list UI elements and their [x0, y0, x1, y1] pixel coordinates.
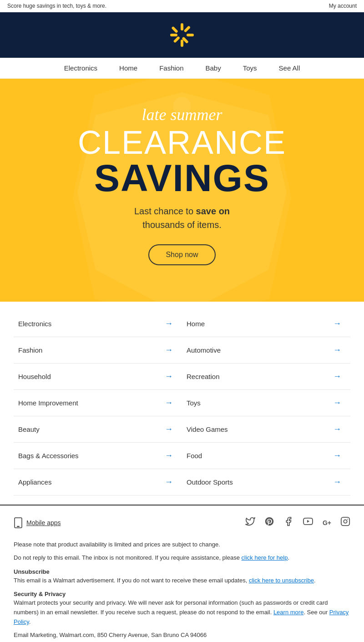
help-link[interactable]: click here for help — [242, 554, 288, 561]
mobile-apps-label: Mobile apps — [26, 519, 61, 526]
nav-item-see-all[interactable]: See All — [279, 64, 300, 72]
hero-subtext-bold: save on — [196, 206, 230, 216]
nav-item-toys[interactable]: Toys — [243, 64, 257, 72]
unsubscribe-title: Unsubscribe — [14, 568, 350, 575]
unsubscribe-link[interactable]: click here to unsubscribe — [249, 577, 314, 584]
youtube-icon[interactable] — [303, 516, 313, 529]
arrow-icon: → — [333, 319, 341, 329]
late-summer-text: late summer — [78, 106, 286, 124]
svg-rect-12 — [341, 517, 349, 526]
clearance-text: CLEARANCE — [78, 126, 286, 159]
category-item-outdoor-sports[interactable]: Outdoor Sports → — [182, 469, 350, 495]
nav-item-baby[interactable]: Baby — [206, 64, 221, 72]
header — [0, 12, 364, 58]
category-item-video-games[interactable]: Video Games → — [182, 416, 350, 443]
arrow-icon: → — [165, 345, 173, 355]
svg-rect-1 — [181, 40, 183, 47]
category-item-beauty[interactable]: Beauty → — [14, 416, 182, 443]
category-item-fashion[interactable]: Fashion → — [14, 337, 182, 364]
savings-text: SAVINGS — [78, 159, 286, 197]
category-item-automotive[interactable]: Automotive → — [182, 337, 350, 364]
svg-rect-0 — [181, 23, 183, 30]
category-item-electronics[interactable]: Electronics → — [14, 311, 182, 337]
security-title: Security & Privacy — [14, 591, 350, 597]
disclaimer-text: Please note that product availability is… — [14, 540, 350, 550]
category-grid: Electronics → Home → Fashion → Automotiv… — [14, 311, 350, 495]
svg-marker-11 — [307, 520, 309, 523]
address-text: Email Marketing, Walmart.com, 850 Cherry… — [14, 631, 350, 640]
my-account-link[interactable]: My account — [329, 3, 357, 9]
arrow-icon: → — [333, 425, 341, 434]
hero-banner: late summer CLEARANCE SAVINGS Last chanc… — [0, 79, 364, 302]
svg-rect-7 — [184, 25, 191, 33]
arrow-icon: → — [333, 451, 341, 460]
walmart-spark-icon — [168, 21, 196, 49]
category-item-food[interactable]: Food → — [182, 443, 350, 469]
category-item-household[interactable]: Household → — [14, 364, 182, 390]
svg-rect-10 — [17, 526, 20, 527]
arrow-icon: → — [333, 345, 341, 355]
arrow-icon: → — [333, 398, 341, 408]
nav-item-home[interactable]: Home — [119, 64, 137, 72]
main-nav: Electronics Home Fashion Baby Toys See A… — [0, 58, 364, 79]
nav-item-fashion[interactable]: Fashion — [159, 64, 183, 72]
footer-social-row: Mobile apps G+ — [14, 516, 350, 529]
svg-rect-6 — [173, 36, 181, 43]
instagram-icon[interactable] — [340, 516, 350, 529]
svg-point-14 — [347, 519, 348, 520]
hero-subtext2: thousands of items. — [142, 220, 221, 230]
category-item-bags[interactable]: Bags & Accessories → — [14, 443, 182, 469]
walmart-logo[interactable] — [168, 21, 196, 49]
shop-now-button[interactable]: Shop now — [148, 244, 215, 265]
category-item-home[interactable]: Home → — [182, 311, 350, 337]
arrow-icon: → — [333, 477, 341, 487]
arrow-icon: → — [165, 425, 173, 434]
social-icons: G+ — [245, 516, 350, 529]
arrow-icon: → — [165, 451, 173, 460]
hero-content: late summer CLEARANCE SAVINGS Last chanc… — [78, 106, 286, 265]
arrow-icon: → — [165, 477, 173, 487]
facebook-icon[interactable] — [283, 516, 293, 529]
svg-rect-4 — [171, 26, 178, 34]
mobile-app-icon — [14, 517, 23, 528]
hero-subtext: Last chance to save on thousands of item… — [78, 204, 286, 232]
nav-item-electronics[interactable]: Electronics — [64, 64, 97, 72]
category-item-appliances[interactable]: Appliances → — [14, 469, 182, 495]
no-reply-text: Do not reply to this email. The inbox is… — [14, 553, 350, 563]
hero-subtext1: Last chance to — [134, 206, 193, 216]
security-text: Walmart protects your security and priva… — [14, 598, 350, 627]
google-plus-icon[interactable]: G+ — [323, 519, 331, 526]
svg-point-13 — [344, 520, 347, 523]
pinterest-icon[interactable] — [264, 516, 274, 529]
security-section: Security & Privacy Walmart protects your… — [14, 591, 350, 627]
category-item-recreation[interactable]: Recreation → — [182, 364, 350, 390]
arrow-icon: → — [165, 372, 173, 381]
mobile-apps-link[interactable]: Mobile apps — [14, 517, 61, 528]
top-bar: Score huge savings in tech, toys & more.… — [0, 0, 364, 12]
category-item-home-improvement[interactable]: Home Improvement → — [14, 390, 182, 416]
unsubscribe-text: This email is a Walmart advertisement. I… — [14, 576, 350, 586]
category-item-toys[interactable]: Toys → — [182, 390, 350, 416]
learn-more-link[interactable]: Learn more — [273, 609, 303, 616]
promo-text: Score huge savings in tech, toys & more. — [7, 3, 106, 9]
categories-section: Electronics → Home → Fashion → Automotiv… — [0, 302, 364, 505]
arrow-icon: → — [165, 398, 173, 408]
arrow-icon: → — [165, 319, 173, 329]
svg-rect-2 — [170, 34, 177, 36]
arrow-icon: → — [333, 372, 341, 381]
unsubscribe-section: Unsubscribe This email is a Walmart adve… — [14, 568, 350, 586]
twitter-icon[interactable] — [245, 516, 255, 529]
svg-rect-3 — [187, 34, 194, 36]
footer: Mobile apps G+ Please note that product … — [0, 505, 364, 642]
